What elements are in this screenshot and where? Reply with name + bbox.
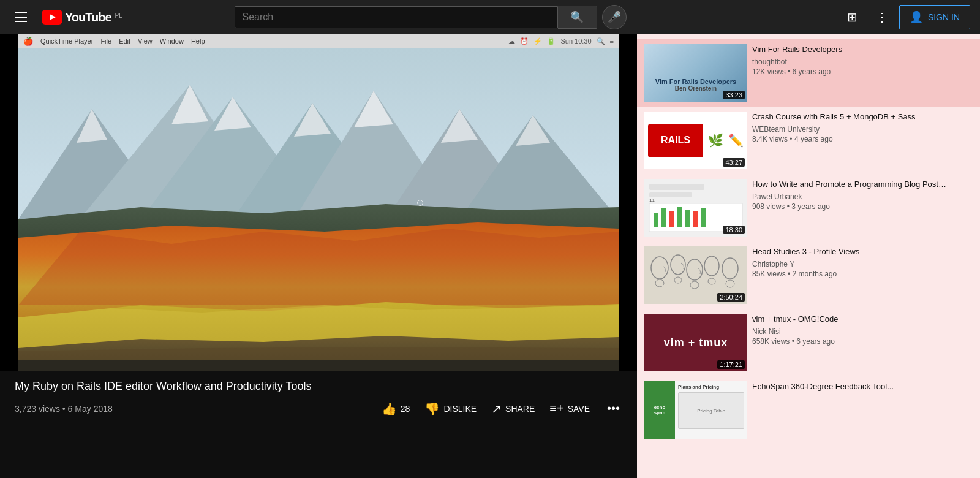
share-label: SHARE [505, 404, 535, 414]
search-icon: 🔍 [570, 10, 584, 24]
dislike-button[interactable]: 👎 DISLIKE [424, 401, 477, 416]
hamburger-menu[interactable] [10, 7, 32, 27]
search-input-wrap [235, 6, 558, 28]
svg-marker-19 [18, 229, 619, 305]
sidebar-meta-blog: 908 views • 3 years ago [752, 202, 973, 211]
sidebar-item-blog[interactable]: 11 18:30 How to Write and Promote a Prog… [637, 174, 980, 241]
sidebar-item-echospan[interactable]: echospan Plans and Pricing Pricing Table… [637, 376, 980, 444]
sidebar-item-head-studies[interactable]: 2:50:24 Head Studies 3 - Profile Views C… [637, 241, 980, 309]
sidebar-item-rails5[interactable]: RAILS 🌿 ✏️ 43:27 Crash Course with Rails… [637, 107, 980, 174]
video-stats: 3,723 views • 6 May 2018 [15, 404, 113, 414]
sidebar-channel-head-studies: Christophe Y [752, 260, 973, 268]
thumbnail-echospan: echospan Plans and Pricing Pricing Table [644, 381, 747, 439]
more-options-button[interactable]: ⋮ [870, 5, 894, 29]
svg-rect-35 [701, 208, 706, 227]
sidebar-item-vim-tmux[interactable]: vim + tmux 1:17:21 vim + tmux - OMG!Code… [637, 309, 980, 376]
black-bar-left [0, 34, 18, 371]
sidebar-text-vim-tmux: vim + tmux - OMG!Code Nick Nisi 658K vie… [752, 314, 973, 371]
mic-icon: 🎤 [608, 10, 621, 24]
logo-text: YouTube [65, 10, 111, 25]
main-content: 🍎 QuickTime Player File Edit View Window… [0, 34, 980, 478]
video-meta-row: 3,723 views • 6 May 2018 👍 28 👎 DISLIKE … [15, 399, 622, 418]
search-button[interactable]: 🔍 [558, 6, 597, 29]
svg-rect-29 [654, 213, 658, 227]
video-title: My Ruby on Rails IDE editor Workflow and… [15, 379, 622, 394]
video-info: My Ruby on Rails IDE editor Workflow and… [0, 371, 637, 425]
apple-icon: 🍎 [23, 37, 33, 46]
sidebar-meta-rails5: 8.4K views • 4 years ago [752, 135, 973, 143]
sidebar-text-vim-rails: Vim For Rails Developers thoughtbot 12K … [752, 44, 973, 102]
sidebar-text-echospan: EchoSpan 360-Degree Feedback Tool... [752, 381, 973, 439]
video-landscape [18, 48, 619, 371]
sidebar-item-vim-rails[interactable]: Vim For Rails Developers Ben Orenstein 3… [637, 39, 980, 107]
mac-menubar: 🍎 QuickTime Player File Edit View Window… [18, 34, 619, 48]
more-icon: ⋮ [876, 10, 888, 25]
more-dots-icon: ••• [607, 401, 620, 415]
grid-button[interactable]: ⊞ [840, 5, 865, 29]
video-area: 🍎 QuickTime Player File Edit View Window… [0, 34, 637, 478]
like-count: 28 [401, 404, 410, 414]
mac-menu-file: File [100, 37, 111, 45]
dislike-icon: 👎 [424, 401, 440, 416]
thumbnail-blog: 11 18:30 [644, 179, 747, 237]
svg-rect-30 [662, 208, 666, 227]
duration-vim-tmux: 1:17:21 [717, 360, 745, 369]
save-button[interactable]: ≡+ SAVE [549, 401, 590, 415]
svg-text:11: 11 [649, 197, 655, 203]
thumbnail-rails5: RAILS 🌿 ✏️ 43:27 [644, 112, 747, 169]
sidebar-channel-vim-rails: thoughtbot [752, 58, 973, 66]
sidebar-channel-vim-tmux: Nick Nisi [752, 327, 973, 336]
svg-rect-26 [649, 184, 704, 190]
svg-rect-32 [677, 207, 682, 227]
svg-rect-33 [685, 210, 690, 227]
save-label: SAVE [568, 404, 590, 414]
like-button[interactable]: 👍 28 [382, 401, 410, 416]
thumbnail-head-studies: 2:50:24 [644, 246, 747, 304]
sign-in-button[interactable]: 👤 SIGN IN [899, 5, 970, 29]
sidebar-title-echospan: EchoSpan 360-Degree Feedback Tool... [752, 381, 973, 392]
header: YouTube PL 🔍 🎤 ⊞ ⋮ 👤 SIGN IN [0, 0, 980, 34]
black-bar-right [619, 34, 637, 371]
header-left: YouTube PL [10, 7, 123, 27]
header-right: ⊞ ⋮ 👤 SIGN IN [840, 5, 970, 29]
mac-menu-quicktime: QuickTime Player [40, 37, 93, 45]
like-icon: 👍 [382, 401, 397, 416]
video-player[interactable]: 🍎 QuickTime Player File Edit View Window… [0, 34, 637, 371]
youtube-logo-icon [42, 10, 62, 25]
save-icon: ≡+ [549, 401, 564, 415]
thumbnail-vim-tmux: vim + tmux 1:17:21 [644, 314, 747, 371]
more-actions-button[interactable]: ••• [605, 399, 622, 418]
sidebar-title-rails5: Crash Course with Rails 5 + MongoDB + Sa… [752, 112, 973, 123]
share-icon: ↗ [491, 401, 502, 416]
logo-badge: PL [115, 12, 123, 19]
sign-in-label: SIGN IN [928, 12, 960, 22]
sidebar-text-head-studies: Head Studies 3 - Profile Views Christoph… [752, 246, 973, 304]
svg-rect-34 [693, 211, 698, 227]
mac-menu-help: Help [191, 37, 205, 45]
grid-icon: ⊞ [847, 10, 858, 25]
sidebar-title-blog: How to Write and Promote a Programming B… [752, 179, 973, 190]
sidebar-meta-vim-tmux: 658K views • 6 years ago [752, 337, 973, 346]
search-bar: 🔍 🎤 [235, 5, 627, 29]
sidebar-channel-blog: Paweł Urbanek [752, 192, 973, 201]
mic-button[interactable]: 🎤 [602, 5, 627, 29]
video-actions: 👍 28 👎 DISLIKE ↗ SHARE ≡+ SAVE [382, 399, 622, 418]
search-input[interactable] [235, 7, 557, 28]
person-icon: 👤 [910, 10, 923, 24]
duration-head-studies: 2:50:24 [717, 293, 745, 302]
mac-menu-window: Window [160, 37, 184, 45]
mac-menu-view: View [138, 37, 153, 45]
sidebar-title-vim-tmux: vim + tmux - OMG!Code [752, 314, 973, 325]
mac-status-bar: ☁⏰⚡🔋Sun 10:30🔍≡ [508, 37, 614, 45]
sidebar-title-head-studies: Head Studies 3 - Profile Views [752, 246, 973, 257]
svg-rect-24 [18, 360, 619, 371]
thumbnail-vim-rails: Vim For Rails Developers Ben Orenstein 3… [644, 44, 747, 102]
sidebar-meta-head-studies: 85K views • 2 months ago [752, 270, 973, 278]
share-button[interactable]: ↗ SHARE [491, 401, 535, 416]
rails-logo: RAILS [648, 124, 703, 157]
youtube-logo[interactable]: YouTube PL [42, 10, 123, 25]
sidebar-text-blog: How to Write and Promote a Programming B… [752, 179, 973, 237]
sidebar: Vim For Rails Developers Ben Orenstein 3… [637, 34, 980, 478]
sidebar-channel-rails5: WEBteam University [752, 125, 973, 134]
cursor [417, 200, 423, 206]
